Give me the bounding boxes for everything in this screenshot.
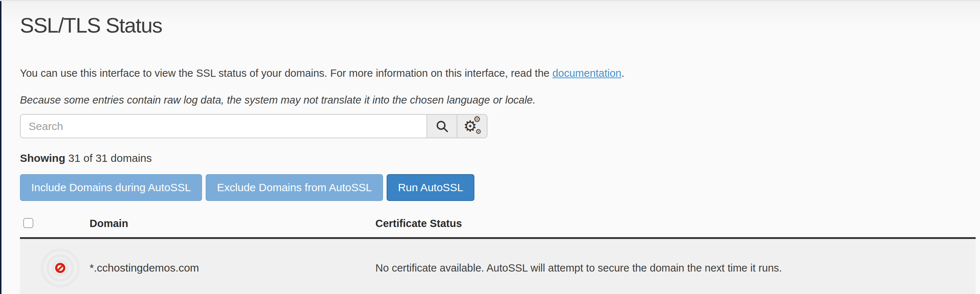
exclude-domains-button[interactable]: Exclude Domains from AutoSSL [206, 174, 383, 201]
table-header-row: Domain Certificate Status [20, 210, 976, 239]
not-secured-icon [55, 263, 65, 273]
page-top-divider [0, 0, 980, 1]
gears-icon [463, 119, 481, 134]
intro-paragraph: You can use this interface to view the S… [20, 67, 624, 79]
select-all-checkbox[interactable] [23, 218, 33, 228]
include-domains-button[interactable]: Include Domains during AutoSSL [20, 174, 202, 201]
domains-table: Domain Certificate Status *.cchostingdem… [20, 210, 976, 294]
intro-text-suffix: . [621, 67, 624, 79]
search-button[interactable] [426, 115, 457, 138]
autossl-toolbar: Include Domains during AutoSSL Exclude D… [20, 174, 474, 201]
left-accent-bar [0, 1, 2, 294]
status-ripple-inner [51, 259, 69, 277]
certificate-status-column-header: Certificate Status [375, 218, 976, 229]
status-icon-cell [20, 248, 89, 288]
page-title: SSL/TLS Status [20, 13, 162, 37]
search-settings-button[interactable] [457, 115, 487, 138]
documentation-link[interactable]: documentation [552, 67, 621, 79]
summary-value: 31 of 31 domains [65, 152, 152, 164]
domain-name: *.cchostingdemos.com [89, 262, 375, 274]
summary-label: Showing [20, 152, 65, 164]
search-icon [435, 120, 449, 133]
intro-text: You can use this interface to view the S… [20, 67, 552, 79]
run-autossl-button[interactable]: Run AutoSSL [387, 174, 474, 201]
select-all-cell [20, 218, 89, 229]
domains-count-summary: Showing 31 of 31 domains [20, 152, 152, 164]
search-group [20, 114, 487, 138]
table-row: *.cchostingdemos.com No certificate avai… [20, 239, 976, 294]
search-input[interactable] [21, 115, 426, 138]
status-ripple-middle [46, 254, 74, 282]
status-ripple-outer [41, 248, 80, 288]
locale-note: Because some entries contain raw log dat… [20, 94, 536, 106]
domain-column-header: Domain [89, 218, 375, 229]
certificate-status-text: No certificate available. AutoSSL will a… [375, 262, 976, 274]
